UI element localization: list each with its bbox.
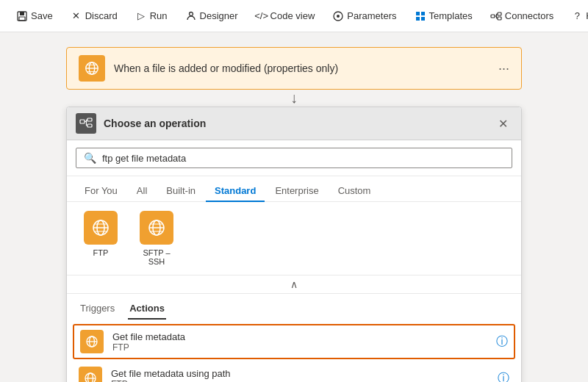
tab-foryou[interactable]: For You — [76, 181, 126, 202]
connector-sftp-icon — [140, 211, 173, 245]
collapse-button[interactable]: ∧ — [67, 275, 521, 294]
svg-rect-12 — [498, 17, 501, 20]
discard-label: Discard — [85, 10, 118, 21]
result-item-getfilemetadatapath[interactable]: Get file metadata using path FTP ⓘ — [67, 361, 521, 382]
designer-label: Designer — [200, 10, 238, 21]
svg-rect-6 — [416, 12, 420, 15]
subtab-actions[interactable]: Actions — [128, 298, 166, 320]
tab-standard[interactable]: Standard — [206, 181, 265, 202]
templates-icon — [415, 10, 426, 22]
codeview-icon: </> — [256, 10, 268, 22]
svg-rect-19 — [87, 118, 92, 121]
result-name: Get file metadata — [112, 331, 487, 342]
trigger-more-button[interactable]: ··· — [498, 61, 509, 76]
tab-all[interactable]: All — [128, 181, 156, 202]
svg-rect-8 — [416, 17, 420, 21]
canvas: When a file is added or modified (proper… — [0, 32, 588, 382]
subtab-triggers[interactable]: Triggers — [79, 298, 116, 320]
connector-ftp[interactable]: FTP — [79, 211, 123, 266]
result-info-icon-1[interactable]: ⓘ — [498, 371, 509, 383]
svg-rect-18 — [80, 120, 85, 123]
templates-button[interactable]: Templates — [407, 6, 480, 26]
save-label: Save — [31, 10, 53, 21]
result-name-2: Get file metadata using path — [111, 368, 489, 379]
designer-icon — [185, 10, 197, 22]
result-info-icon-0[interactable]: ⓘ — [496, 334, 508, 350]
svg-point-3 — [189, 12, 193, 15]
trigger-title: When a file is added or modified (proper… — [114, 62, 490, 74]
connectors-icon — [490, 10, 502, 22]
connector-ftp-icon — [84, 211, 118, 245]
svg-rect-20 — [87, 124, 92, 127]
svg-rect-11 — [498, 12, 501, 15]
connector-sftp-label: SFTP – SSH — [135, 248, 179, 266]
svg-point-5 — [337, 15, 340, 18]
svg-point-35 — [88, 373, 93, 382]
connectors-button[interactable]: Connectors — [483, 6, 561, 26]
result-item-getfilemetadata[interactable]: Get file metadata FTP ⓘ — [73, 324, 515, 359]
run-button[interactable]: ▷ Run — [128, 6, 175, 26]
run-icon: ▷ — [135, 10, 147, 22]
result-sub-2: FTP — [111, 379, 489, 383]
trigger-block[interactable]: When a file is added or modified (proper… — [66, 47, 522, 90]
help-icon: ? — [571, 10, 583, 22]
dialog-header-icon — [76, 113, 96, 134]
discard-icon: ✕ — [71, 10, 82, 22]
svg-rect-1 — [20, 12, 24, 15]
dialog-title: Choose an operation — [104, 118, 487, 129]
discard-button[interactable]: ✕ Discard — [63, 6, 125, 26]
tab-builtin[interactable]: Built-in — [157, 181, 204, 202]
save-button[interactable]: Save — [9, 6, 60, 26]
connectors-label: Connectors — [505, 10, 553, 21]
result-text: Get file metadata FTP — [112, 331, 487, 353]
search-input[interactable] — [102, 153, 504, 164]
connector-sftp[interactable]: SFTP – SSH — [135, 211, 179, 266]
svg-rect-2 — [19, 17, 25, 21]
svg-rect-7 — [421, 12, 425, 15]
dialog-close-button[interactable]: ✕ — [494, 115, 512, 132]
tab-enterprise[interactable]: Enterprise — [266, 181, 327, 202]
svg-point-34 — [85, 373, 96, 382]
codeview-button[interactable]: </> Code view — [248, 6, 323, 26]
result-text-2: Get file metadata using path FTP — [111, 368, 489, 383]
search-section: 🔍 — [67, 140, 521, 176]
parameters-label: Parameters — [347, 10, 396, 21]
search-icon: 🔍 — [84, 152, 96, 164]
parameters-icon — [332, 10, 344, 22]
result-icon-ftp-2 — [79, 367, 102, 382]
connector-ftp-label: FTP — [93, 248, 109, 257]
result-sub: FTP — [112, 342, 487, 353]
templates-label: Templates — [429, 10, 473, 21]
chevron-up-icon: ∧ — [290, 278, 298, 290]
svg-rect-10 — [491, 15, 495, 18]
run-label: Run — [150, 10, 168, 21]
svg-rect-9 — [421, 17, 425, 21]
tab-custom[interactable]: Custom — [329, 181, 380, 202]
save-icon — [16, 10, 28, 22]
dialog-header: Choose an operation ✕ — [67, 107, 521, 140]
parameters-button[interactable]: Parameters — [325, 6, 404, 26]
designer-button[interactable]: Designer — [178, 6, 245, 26]
help-button[interactable]: ? Help — [564, 6, 588, 26]
result-icon-ftp — [80, 330, 104, 353]
sub-tabs: Triggers Actions — [67, 294, 521, 320]
flow-arrow: ↓ — [287, 90, 301, 107]
operation-tabs: For You All Built-in Standard Enterprise… — [67, 176, 521, 202]
trigger-icon — [79, 55, 105, 82]
operation-dialog: Choose an operation ✕ 🔍 For You All Buil… — [66, 107, 522, 382]
results-list: Get file metadata FTP ⓘ Get file metadat… — [67, 320, 521, 382]
search-input-row: 🔍 — [76, 148, 512, 168]
toolbar: Save ✕ Discard ▷ Run Designer </> Code v… — [0, 0, 588, 32]
connectors-grid: FTP SFTP – SSH — [67, 202, 521, 275]
codeview-label: Code view — [270, 10, 315, 21]
